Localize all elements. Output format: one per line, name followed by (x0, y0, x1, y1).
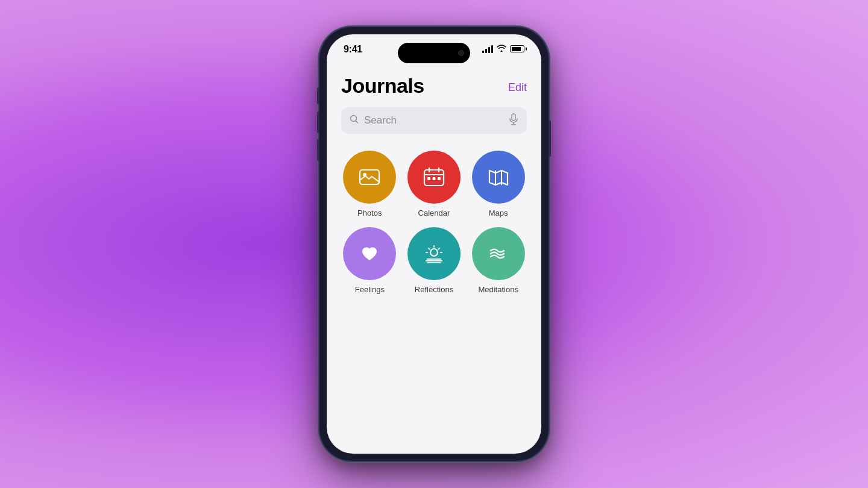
dynamic-island (398, 43, 470, 63)
maps-label: Maps (489, 208, 508, 217)
search-icon (350, 114, 359, 127)
search-bar[interactable]: Search (341, 107, 527, 134)
feelings-icon (343, 227, 396, 280)
photos-icon (343, 151, 396, 204)
power-button[interactable] (549, 120, 551, 157)
calendar-icon (407, 151, 461, 204)
svg-rect-1 (512, 114, 515, 120)
maps-icon (472, 151, 525, 204)
phone-device: 9:41 (319, 27, 549, 461)
status-time: 9:41 (344, 44, 362, 55)
calendar-label: Calendar (418, 208, 450, 217)
phone-screen: 9:41 (327, 34, 541, 454)
svg-point-12 (430, 249, 438, 256)
journal-grid: Photos Ca (341, 151, 527, 294)
journal-item-feelings[interactable]: Feelings (341, 227, 398, 294)
svg-rect-7 (427, 177, 430, 180)
search-placeholder: Search (364, 114, 504, 127)
meditations-icon (472, 227, 525, 280)
journal-item-maps[interactable]: Maps (470, 151, 527, 217)
svg-line-18 (438, 248, 439, 249)
battery-icon (510, 45, 524, 52)
journal-item-meditations[interactable]: Meditations (470, 227, 527, 294)
journal-item-reflections[interactable]: Reflections (406, 227, 463, 294)
photos-label: Photos (357, 208, 382, 217)
app-content: Journals Edit Search (327, 69, 541, 454)
volume-up-button[interactable] (317, 111, 319, 133)
reflections-icon (407, 227, 461, 280)
reflections-label: Reflections (415, 285, 453, 294)
edit-button[interactable]: Edit (508, 74, 527, 94)
app-header: Journals Edit (341, 69, 527, 98)
microphone-icon[interactable] (509, 113, 518, 128)
journal-item-calendar[interactable]: Calendar (406, 151, 463, 217)
volume-down-button[interactable] (317, 139, 319, 161)
silent-button[interactable] (317, 87, 319, 104)
journal-item-photos[interactable]: Photos (341, 151, 398, 217)
page-title: Journals (341, 74, 424, 98)
camera-dot (458, 50, 464, 56)
svg-rect-9 (438, 177, 441, 180)
meditations-label: Meditations (478, 285, 518, 294)
svg-rect-8 (432, 177, 435, 180)
svg-line-17 (429, 248, 430, 249)
wifi-icon (497, 44, 506, 54)
feelings-label: Feelings (355, 285, 385, 294)
status-icons (482, 44, 524, 54)
signal-icon (482, 45, 493, 53)
